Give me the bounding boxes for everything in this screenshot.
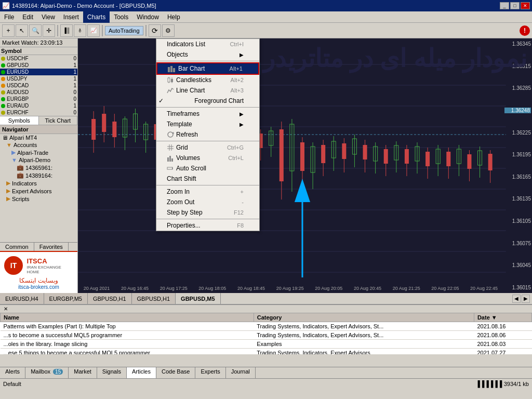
tab-code-base[interactable]: Code Base	[156, 367, 195, 378]
svg-text:IT: IT	[10, 261, 17, 270]
tab-market[interactable]: Market	[69, 367, 97, 378]
toolbar-bar-chart-button[interactable]: ▐║	[60, 24, 73, 37]
menu-file[interactable]: File	[0, 11, 18, 23]
menu-candlesticks[interactable]: Candlesticks Alt+2	[156, 75, 259, 85]
tab-alerts[interactable]: Alerts	[0, 367, 25, 378]
menu-window[interactable]: Window	[132, 11, 163, 23]
menu-charts[interactable]: Charts	[83, 11, 110, 23]
toolbar-zoom-button[interactable]: 🔍	[29, 24, 42, 37]
app-icon: 📈	[2, 2, 10, 9]
menu-properties[interactable]: Properties... F8	[156, 220, 259, 231]
tick-chart-tab[interactable]: Tick Chart	[39, 116, 78, 125]
symbol-row-usdjpy[interactable]: USDJPY 1	[0, 75, 77, 82]
price-1.36135: 1.36135	[504, 196, 531, 202]
logo-persian: وبسایت ایتسکا	[19, 277, 58, 284]
line-chart-shortcut: Alt+3	[231, 87, 244, 94]
symbol-row-eurgbp[interactable]: EURGBP 0	[0, 96, 77, 102]
menu-template[interactable]: Template ▶	[156, 119, 259, 129]
menu-bar-chart[interactable]: Bar Chart Alt+1	[156, 62, 259, 75]
article-date: 2021.07.27	[474, 349, 531, 355]
nav-scripts[interactable]: ▶ Scripts	[0, 195, 77, 203]
symbols-tab[interactable]: Symbols	[0, 116, 39, 125]
bottom-panel-close[interactable]: ✕	[2, 306, 9, 312]
common-tab[interactable]: Common	[0, 243, 34, 251]
close-button[interactable]: ✕	[521, 2, 530, 9]
symbol-row-eurusd[interactable]: EURUSD 1	[0, 69, 77, 75]
tab-mailbox[interactable]: Mailbox 15	[25, 367, 69, 378]
table-row[interactable]: ...oles in the library. Image slicing Ex…	[1, 340, 532, 349]
symbol-row-usdcad[interactable]: USDCAD 1	[0, 82, 77, 89]
symbol-row-usdchf[interactable]: USDCHF 0	[0, 55, 77, 62]
maximize-button[interactable]: □	[510, 2, 520, 9]
tab-signals[interactable]: Signals	[97, 367, 127, 378]
nav-expert-advisors[interactable]: ▶ Expert Advisors	[0, 187, 77, 195]
nav-alpari-demo[interactable]: ▼ Alpari-Demo	[0, 156, 77, 164]
time-22-45: 20 Aug 22:45	[470, 286, 498, 291]
chart-tabs-scroll-right[interactable]: ▶	[522, 295, 530, 303]
title-bar: 📈 14389164: Alpari-Demo - Demo Account -…	[0, 0, 532, 11]
tab-experts[interactable]: Experts	[195, 367, 225, 378]
table-row[interactable]: ...ese 5 things to become a successful M…	[1, 349, 532, 355]
nav-account-14365961[interactable]: 💼 14365961:	[0, 164, 77, 171]
toolbar-refresh-button[interactable]: ⟳	[149, 24, 161, 37]
menu-volumes[interactable]: Volumes Ctrl+L	[156, 153, 259, 163]
sep-2	[156, 107, 259, 108]
menu-refresh[interactable]: Refresh	[156, 129, 259, 140]
menu-objects[interactable]: Objects ▶	[156, 49, 259, 60]
toolbar-options-button[interactable]: ⚙	[162, 24, 175, 37]
menu-indicators-list[interactable]: Indicators List Ctrl+I	[156, 39, 259, 49]
table-row[interactable]: ...s to become a successful MQL5 program…	[1, 331, 532, 340]
candlesticks-shortcut: Alt+2	[231, 77, 244, 83]
symbol-row-eurchf[interactable]: EURCHF 0	[0, 109, 77, 116]
article-name: ...s to become a successful MQL5 program…	[1, 331, 254, 340]
menu-edit[interactable]: Edit	[18, 11, 37, 23]
favorites-tab[interactable]: Favorites	[34, 243, 69, 251]
chart-tab-gbpusd-h1-1[interactable]: GBPUSD,H1	[88, 293, 132, 304]
articles-table: Name Category Date ▼ Patterns with Examp…	[0, 313, 532, 354]
menu-timeframes[interactable]: Timeframes ▶	[156, 109, 259, 119]
sep-5	[156, 219, 259, 219]
chart-tab-eurgbp-m5[interactable]: EURGBP,M5	[44, 293, 88, 304]
menu-view[interactable]: View	[37, 11, 59, 23]
nav-indicators[interactable]: ▶ Indicators	[0, 179, 77, 187]
toolbar-new-button[interactable]: +	[2, 24, 15, 37]
minimize-button[interactable]: _	[500, 2, 509, 9]
menu-chart-shift[interactable]: Chart Shift	[156, 174, 259, 184]
tab-journal[interactable]: Journal	[226, 367, 256, 378]
zoom-in-label: Zoom In	[167, 188, 190, 195]
menu-help[interactable]: Help	[163, 11, 184, 23]
symbol-row-euraud[interactable]: EURAUD 1	[0, 102, 77, 109]
svg-marker-93	[295, 179, 310, 202]
nav-alpari-mt4[interactable]: 🖥 Alpari MT4	[0, 134, 77, 141]
symbol-row-gbpusd[interactable]: GBPUSD 1	[0, 62, 77, 69]
gbpusd-val: 1	[63, 62, 76, 68]
chart-area: نمودار میله ای در متاتریدر	[78, 38, 532, 293]
chart-tab-gbpusd-m5[interactable]: GBPUSD,M5	[176, 293, 220, 304]
price-1.36165: 1.36165	[504, 174, 531, 180]
toolbar-line-button[interactable]: 📈	[87, 24, 100, 37]
nav-alpari-icon: 🖥	[2, 135, 8, 141]
alert-indicator[interactable]: !	[520, 25, 530, 36]
chart-tab-eurusd-h4[interactable]: EURUSD,H4	[0, 293, 44, 304]
nav-accounts[interactable]: ▼ Accounts	[0, 141, 77, 149]
menu-line-chart[interactable]: Line Chart Alt+3	[156, 85, 259, 96]
toolbar-candle-button[interactable]: 🕯	[74, 24, 86, 37]
chart-tabs-scroll-left[interactable]: ◀	[512, 295, 521, 303]
symbol-row-audusd[interactable]: AUDUSD 0	[0, 89, 77, 96]
nav-account-14389164[interactable]: 💼 14389164:	[0, 171, 77, 179]
toolbar-crosshair-button[interactable]: ✛	[43, 24, 55, 37]
menu-foreground-chart[interactable]: ✓ Foreground Chart	[156, 96, 259, 106]
menu-step-by-step[interactable]: Step by Step F12	[156, 207, 259, 218]
nav-alpari-trade[interactable]: ▶ Alpari-Trade	[0, 149, 77, 156]
menu-auto-scroll[interactable]: Auto Scroll	[156, 163, 259, 174]
menu-grid[interactable]: Grid Ctrl+G	[156, 142, 259, 153]
menu-tools[interactable]: Tools	[110, 11, 132, 23]
menu-zoom-in[interactable]: Zoom In +	[156, 187, 259, 197]
table-row[interactable]: Patterns with Examples (Part I): Multipl…	[1, 322, 532, 331]
chart-tab-gbpusd-h1-2[interactable]: GBPUSD,H1	[132, 293, 176, 304]
menu-insert[interactable]: Insert	[59, 11, 83, 23]
menu-zoom-out[interactable]: Zoom Out -	[156, 197, 259, 207]
toolbar-arrow-button[interactable]: ↖	[16, 24, 28, 37]
nav-accounts-icon: ▼	[6, 142, 12, 148]
tab-articles[interactable]: Articles	[127, 367, 156, 378]
